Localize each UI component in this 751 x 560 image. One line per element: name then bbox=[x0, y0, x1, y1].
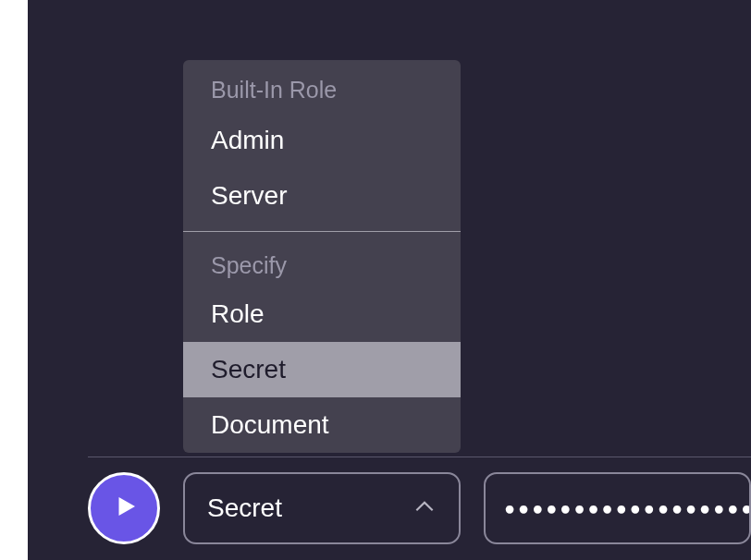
menu-item-server[interactable]: Server bbox=[183, 168, 461, 224]
role-select-label: Secret bbox=[207, 493, 282, 523]
bottom-toolbar: Secret ●●●●●●●●●●●●●●●●●●●●●●●●●●●●●●●●●… bbox=[88, 471, 751, 545]
main-area: Secret ●●●●●●●●●●●●●●●●●●●●●●●●●●●●●●●●●… bbox=[28, 0, 751, 560]
menu-item-admin[interactable]: Admin bbox=[183, 113, 461, 168]
chevron-up-icon bbox=[412, 494, 437, 522]
left-strip bbox=[0, 0, 28, 560]
menu-section-header-specify: Specify bbox=[183, 232, 461, 286]
password-input[interactable]: ●●●●●●●●●●●●●●●●●●●●●●●●●●●●●●●●●●●●●●●● bbox=[484, 472, 751, 544]
role-select[interactable]: Secret bbox=[183, 472, 461, 544]
menu-section-header-builtin: Built-In Role bbox=[183, 60, 461, 113]
menu-item-label: Document bbox=[211, 410, 329, 439]
menu-item-role[interactable]: Role bbox=[183, 286, 461, 342]
password-masked-value: ●●●●●●●●●●●●●●●●●●●●●●●●●●●●●●●●●●●●●●●● bbox=[504, 498, 751, 519]
menu-item-label: Role bbox=[211, 299, 265, 328]
menu-item-document[interactable]: Document bbox=[183, 397, 461, 453]
play-button[interactable] bbox=[88, 472, 160, 544]
menu-item-secret[interactable]: Secret bbox=[183, 342, 461, 397]
menu-item-label: Server bbox=[211, 181, 287, 210]
menu-item-label: Admin bbox=[211, 126, 284, 154]
horizontal-divider bbox=[88, 457, 751, 457]
menu-item-label: Secret bbox=[211, 355, 286, 383]
role-dropdown-menu: Built-In Role Admin Server Specify Role … bbox=[183, 60, 461, 453]
play-icon bbox=[108, 493, 140, 524]
